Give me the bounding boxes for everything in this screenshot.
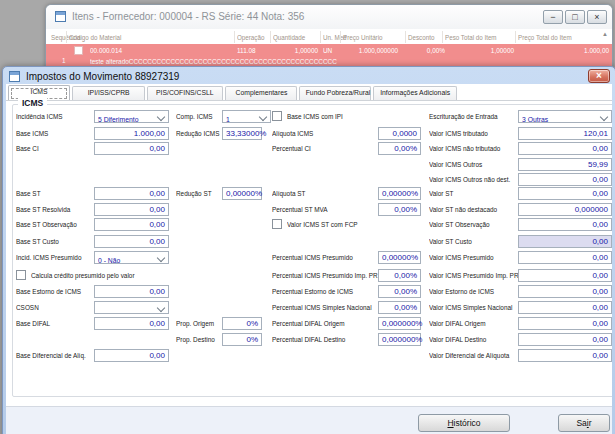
prop-destino-label: Prop. Destino: [176, 335, 215, 344]
cell-quantidade: 1,00000: [282, 46, 318, 55]
historico-button[interactable]: Histórico: [418, 414, 510, 432]
tab-informacoes-adicionais[interactable]: Informações Adicionais: [373, 86, 457, 100]
calcula-credito-checkbox[interactable]: [16, 270, 26, 280]
base-difal-label: Base DIFAL: [16, 319, 50, 328]
maximize-button[interactable]: □: [565, 10, 585, 24]
csosn-select[interactable]: [94, 301, 169, 314]
percentual-icms-simples-input[interactable]: 0,00%: [378, 301, 421, 314]
valor-st-observacao-input[interactable]: 0,00: [518, 218, 612, 231]
prop-origem-label: Prop. Origem: [176, 319, 214, 328]
valor-st-input[interactable]: 0,00: [518, 187, 612, 200]
valor-icms-simples-input[interactable]: 0,00: [518, 301, 612, 314]
tab-fundo-pobreza-rural[interactable]: Fundo Pobreza/Rural: [299, 86, 371, 100]
valor-icms-outros-input[interactable]: 59,99: [518, 158, 612, 171]
percentual-difal-origem-input[interactable]: 0,000000%: [378, 317, 421, 330]
base-st-resolvida-input[interactable]: 0,00: [94, 203, 169, 216]
csosn-label: CSOSN: [16, 303, 39, 312]
base-st-input[interactable]: 0,00: [94, 187, 169, 200]
col-header-codigo-material[interactable]: Código do Material: [69, 33, 121, 42]
base-icms-input[interactable]: 1.000,00: [94, 127, 169, 140]
valor-difal-destino-input[interactable]: 0,00: [518, 333, 612, 346]
column-separator: [234, 31, 235, 43]
chevron-down-icon: [600, 113, 608, 121]
tab-label: ICMS: [31, 86, 48, 98]
scrollbar-up-icon[interactable]: ▲: [602, 31, 608, 37]
base-difal-input[interactable]: 0,00: [94, 317, 169, 330]
valor-icms-presumido-label: Valor ICMS Presumido: [429, 253, 494, 262]
dialog-footer: Histórico Sair: [6, 406, 612, 434]
percentual-icms-presumido-imp-pr-input[interactable]: 0,00%: [378, 269, 421, 282]
aliquota-st-input[interactable]: 0,00000%: [378, 187, 421, 200]
base-diferencial-aliq-input[interactable]: 0,00: [94, 349, 169, 362]
row-checkbox[interactable]: [74, 46, 83, 55]
valor-icms-nao-tributado-label: Valor ICMS não tributado: [429, 144, 500, 153]
col-header-peso-total[interactable]: Peso Total do Item: [445, 33, 497, 42]
col-header-preco-total[interactable]: Preço Total do Item: [518, 33, 572, 42]
valor-st-nao-destacado-input[interactable]: 0,000000: [518, 203, 612, 216]
escrituracao-entrada-select[interactable]: 3 Outras: [518, 110, 612, 123]
sair-button[interactable]: Sair: [558, 414, 610, 432]
percentual-st-mva-input[interactable]: 0,00%: [378, 203, 421, 216]
col-header-quantidade[interactable]: Quantidade: [273, 33, 305, 42]
escrituracao-entrada-label: Escrituração de Entrada: [429, 112, 498, 121]
reducao-icms-input[interactable]: 33,33000%: [222, 127, 262, 140]
valor-st-label: Valor ST: [429, 189, 453, 198]
col-header-operacao[interactable]: Operação: [237, 33, 264, 42]
valor-difal-origem-input[interactable]: 0,00: [518, 317, 612, 330]
historico-label-post: istórico: [454, 418, 481, 428]
valor-icms-st-com-fcp-label: Valor ICMS ST com FCP: [287, 220, 358, 229]
tab-complementares[interactable]: Complementares: [225, 86, 297, 100]
minimize-button[interactable]: −: [543, 10, 563, 24]
dialog-close-button[interactable]: ×: [588, 69, 610, 83]
tab-label: Informações Adicionais: [380, 87, 450, 99]
comp-icms-select[interactable]: 1: [222, 110, 271, 123]
close-button[interactable]: ×: [587, 10, 607, 24]
sair-label-pre: Sa: [576, 418, 586, 428]
base-estorno-icms-input[interactable]: 0,00: [94, 285, 169, 298]
valor-icms-nao-tributado-input[interactable]: 0,00: [518, 142, 612, 155]
prop-origem-input[interactable]: 0%: [222, 317, 262, 330]
table-row-selected[interactable]: 1 00.000.014 111.08 1,00000 UN 1.000,000…: [46, 44, 612, 68]
form-row: CSOSN Percentual ICMS Simples Nacional 0…: [6, 301, 612, 316]
column-separator: [405, 31, 406, 43]
base-ci-label: Base CI: [16, 144, 39, 153]
valor-icms-tributado-input[interactable]: 120,01: [518, 127, 612, 140]
comp-icms-label: Comp. ICMS: [176, 112, 213, 121]
tab-ipi-iss-cprb[interactable]: IPI/ISS/CPRB: [72, 86, 145, 100]
select-value: 1: [226, 114, 230, 125]
percentual-icms-presumido-input[interactable]: 0,00000%: [378, 251, 421, 264]
percentual-ci-input[interactable]: 0,00%: [378, 142, 421, 155]
aliquota-icms-input[interactable]: 0,0000: [378, 127, 421, 140]
valor-icms-outros-label: Valor ICMS Outros: [429, 160, 482, 169]
incidencia-icms-select[interactable]: 5 Diferimento: [94, 110, 169, 123]
cell-descricao: teste alteradoCCCCCCCCCCCCCCCCCCCCCCCCCC…: [90, 57, 337, 66]
tab-pis-cofins-csll[interactable]: PIS/COFINS/CSLL: [147, 86, 223, 100]
form-row: Base ICMS 1.000,00 Redução ICMS 33,33000…: [6, 127, 612, 142]
form-row: Valor ICMS Outros 59,99: [6, 158, 612, 173]
valor-estorno-icms-input[interactable]: 0,00: [518, 285, 612, 298]
cell-preco-unitario: 1.000,000000: [354, 46, 398, 55]
base-st-observacao-input[interactable]: 0,00: [94, 218, 169, 231]
base-icms-label: Base ICMS: [16, 129, 48, 138]
percentual-estorno-icms-input[interactable]: 0,00%: [378, 285, 421, 298]
incid-icms-presumido-select[interactable]: 0 - Não: [94, 251, 169, 264]
base-icms-com-ipi-checkbox[interactable]: [272, 111, 282, 121]
base-ci-input[interactable]: 0,00: [94, 142, 169, 155]
percentual-st-mva-label: Percentual ST MVA: [272, 205, 328, 214]
col-header-preco-unitario[interactable]: Preço Unitário: [343, 33, 383, 42]
col-header-desconto[interactable]: Desconto: [408, 33, 434, 42]
valor-icms-presumido-imp-pr-input[interactable]: 0,00: [518, 269, 612, 282]
form-row: Incid. ICMS Presumido 0 - Não Percentual…: [6, 251, 612, 266]
reducao-st-input[interactable]: 0,00000%: [222, 187, 262, 200]
valor-icms-outros-nao-dest-input[interactable]: 0,00: [518, 173, 612, 186]
percentual-difal-destino-input[interactable]: 0,000000%: [378, 333, 421, 346]
valor-diferencial-aliquota-input[interactable]: 0,00: [518, 349, 612, 362]
base-st-custo-input[interactable]: 0,00: [94, 235, 169, 248]
chevron-down-icon: [157, 254, 165, 262]
form-row: Base ST 0,00 Redução ST 0,00000% Alíquot…: [6, 187, 612, 202]
valor-icms-presumido-input[interactable]: 0,00: [518, 251, 612, 264]
prop-destino-input[interactable]: 0%: [222, 333, 262, 346]
percentual-estorno-icms-label: Percentual Estorno de ICMS: [272, 287, 353, 296]
valor-icms-st-com-fcp-checkbox[interactable]: [272, 219, 282, 229]
base-icms-com-ipi-label: Base ICMS com IPI: [287, 112, 343, 121]
